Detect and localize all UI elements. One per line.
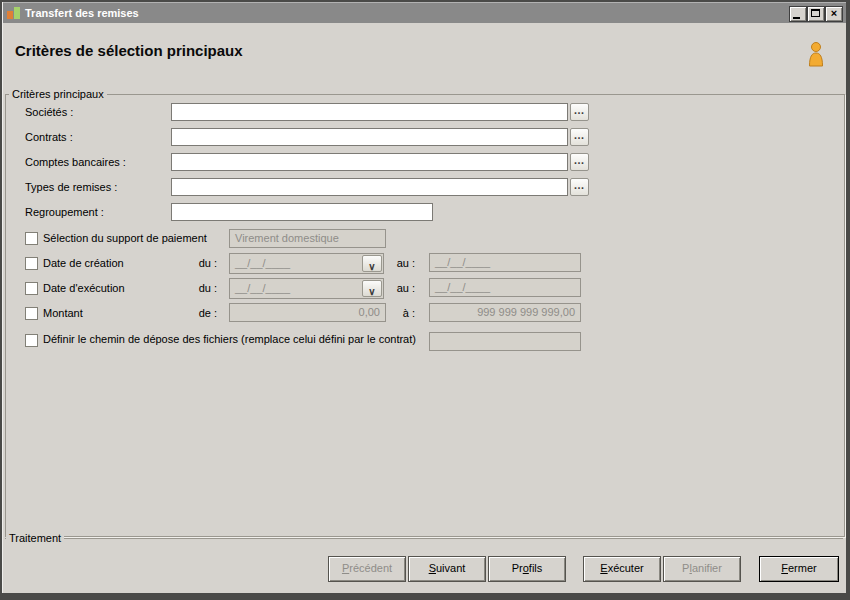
chevron-down-icon: ∨ — [368, 261, 375, 272]
payment-support-checkbox[interactable] — [25, 232, 38, 245]
ellipsis-icon: … — [574, 179, 586, 191]
chemin-depose-field — [429, 332, 581, 351]
close-dialog-button[interactable]: Fermer — [759, 556, 839, 582]
montant-from-label: de : — [171, 307, 217, 319]
main-group-label: Critères principaux — [9, 88, 107, 100]
date-mask: __/__/____ — [235, 280, 290, 297]
ellipsis-icon: … — [574, 154, 586, 166]
montant-checkbox[interactable] — [25, 307, 38, 320]
date-execution-checkbox[interactable] — [25, 282, 38, 295]
contrats-field[interactable] — [171, 128, 568, 146]
dialog-window: Transfert des remises × Critères de séle… — [2, 2, 846, 593]
chart-bar-orange — [7, 11, 13, 19]
types-remises-label: Types de remises : — [25, 181, 117, 193]
dropdown-chevron-button: ∨ — [362, 255, 382, 272]
comptes-bancaires-field[interactable] — [171, 153, 568, 171]
traitement-group-label: Traitement — [6, 532, 64, 544]
date-execution-label: Date d'exécution — [43, 282, 125, 294]
contrats-browse-button[interactable]: … — [570, 128, 589, 146]
chemin-depose-label: Définir le chemin de dépose des fichiers… — [43, 333, 416, 345]
maximize-icon — [811, 9, 820, 17]
minimize-button[interactable] — [789, 6, 807, 22]
date-execution-from-dropdown: __/__/____ ∨ — [229, 278, 384, 299]
date-creation-to-field: __/__/____ — [429, 253, 581, 272]
chart-bar-green — [14, 7, 20, 19]
montant-to-field: 999 999 999 999,00 — [429, 303, 581, 322]
montant-label: Montant — [43, 307, 83, 319]
montant-from-field: 0,00 — [229, 303, 386, 322]
previous-button: Précédent — [328, 556, 406, 582]
minimize-icon — [793, 17, 800, 19]
date-execution-to-field: __/__/____ — [429, 278, 581, 297]
societes-field[interactable] — [171, 103, 568, 121]
montant-to-label: à : — [391, 307, 415, 319]
close-icon: × — [826, 6, 842, 20]
date-creation-checkbox[interactable] — [25, 257, 38, 270]
titlebar[interactable]: Transfert des remises × — [3, 2, 846, 23]
date-creation-to-label: au : — [391, 257, 415, 269]
date-creation-from-dropdown: __/__/____ ∨ — [229, 253, 384, 274]
dropdown-chevron-button: ∨ — [362, 280, 382, 297]
schedule-button: Planifier — [663, 556, 741, 582]
profiles-button[interactable]: Profils — [488, 556, 566, 582]
chevron-down-icon: ∨ — [368, 286, 375, 297]
date-creation-label: Date de création — [43, 257, 124, 269]
date-execution-from-label: du : — [171, 282, 217, 294]
app-chart-icon — [7, 6, 21, 20]
date-mask: __/__/____ — [235, 255, 290, 272]
types-remises-field[interactable] — [171, 178, 568, 196]
societes-label: Sociétés : — [25, 106, 73, 118]
close-button[interactable]: × — [825, 6, 843, 22]
comptes-bancaires-label: Comptes bancaires : — [25, 156, 126, 168]
next-button[interactable]: Suivant — [408, 556, 486, 582]
chemin-depose-checkbox[interactable] — [25, 334, 38, 347]
regroupement-label: Regroupement : — [25, 206, 104, 218]
execute-button[interactable]: Exécuter — [583, 556, 661, 582]
maximize-button[interactable] — [807, 6, 825, 22]
date-creation-from-label: du : — [171, 257, 217, 269]
window-title: Transfert des remises — [25, 7, 139, 19]
ellipsis-icon: … — [574, 129, 586, 141]
types-remises-browse-button[interactable]: … — [570, 178, 589, 196]
person-icon — [805, 41, 827, 68]
comptes-bancaires-browse-button[interactable]: … — [570, 153, 589, 171]
ellipsis-icon: … — [574, 104, 586, 116]
date-execution-to-label: au : — [391, 282, 415, 294]
payment-support-label: Sélection du support de paiement — [43, 232, 207, 244]
regroupement-field[interactable] — [171, 203, 433, 221]
payment-support-value-field: Virement domestique — [229, 229, 386, 248]
page-title: Critères de sélection principaux — [15, 42, 243, 59]
societes-browse-button[interactable]: … — [570, 103, 589, 121]
contrats-label: Contrats : — [25, 131, 73, 143]
